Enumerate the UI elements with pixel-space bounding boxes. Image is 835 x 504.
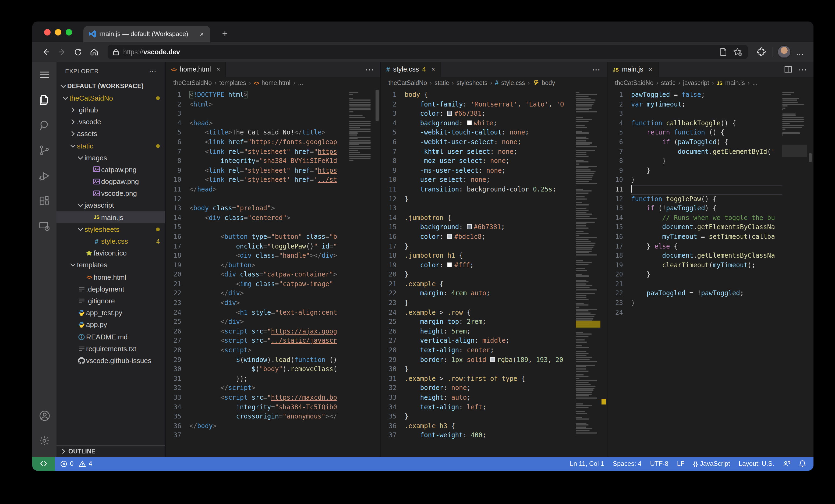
tab-style-css[interactable]: #style.css4× [381, 62, 441, 77]
minimap[interactable] [782, 89, 807, 457]
status-javascript[interactable]: {}JavaScript [693, 460, 730, 467]
tab-main-js[interactable]: JSmain.js× [607, 62, 658, 77]
tree-item-app-py[interactable]: app.py [57, 319, 165, 331]
tree-item-stylesheets[interactable]: stylesheets [57, 224, 165, 235]
tab-more-actions-icon[interactable]: ⋯ [592, 64, 600, 75]
code-line: 28 <script> [166, 346, 349, 355]
color-swatch [447, 111, 452, 115]
tree-item-templates[interactable]: templates [57, 259, 165, 271]
menu-hamburger-icon[interactable] [32, 62, 57, 87]
breadcrumb[interactable]: theCatSaidNo›static›stylesheets›#style.c… [381, 77, 607, 89]
tree-item-catpaw-png[interactable]: catpaw.png [57, 164, 165, 175]
tab-more-actions-icon[interactable]: ⋯ [365, 64, 374, 75]
explorer-icon[interactable] [32, 87, 57, 112]
tree-item-readme-md[interactable]: README.md [57, 331, 165, 343]
reader-icon[interactable] [720, 48, 727, 56]
tree-item-home-html[interactable]: <>home.html [57, 271, 165, 283]
minimap-slider[interactable] [782, 145, 807, 157]
tree-item-style-css[interactable]: #style.css4 [57, 235, 165, 247]
status-lf[interactable]: LF [677, 460, 685, 467]
status-bell-icon[interactable] [799, 460, 806, 467]
tree-item-images[interactable]: images [57, 152, 165, 164]
split-editor-icon[interactable] [785, 66, 792, 73]
tree-item--github[interactable]: .github [57, 104, 165, 116]
tree-item-requirements-txt[interactable]: requirements.txt [57, 343, 165, 355]
zoom-window-button[interactable] [66, 29, 72, 36]
minimap[interactable] [349, 89, 374, 457]
tab-home-html[interactable]: <>home.html× [166, 62, 226, 77]
code-line: 31 }); [166, 374, 349, 384]
tree-item-vscode-github-issues[interactable]: vscode.github-issues [57, 355, 165, 366]
outline-section[interactable]: OUTLINE [57, 445, 165, 457]
browser-menu-icon[interactable]: … [793, 45, 807, 59]
settings-gear-icon[interactable] [32, 428, 57, 454]
scrollbar[interactable] [807, 89, 813, 457]
scrollbar-thumb[interactable] [809, 153, 812, 162]
code-line: 32 border: none; [381, 384, 576, 393]
minimap[interactable] [576, 89, 600, 457]
forward-icon[interactable] [55, 45, 69, 59]
close-tab-icon[interactable]: × [216, 66, 220, 73]
run-debug-icon[interactable] [32, 163, 57, 188]
close-tab-icon[interactable]: × [199, 30, 205, 38]
reload-icon[interactable] [71, 45, 85, 59]
scrollbar-thumb[interactable] [375, 90, 379, 121]
tree-item-vscode-png[interactable]: vscode.png [57, 187, 165, 199]
code-editor-home-html[interactable]: 1<!DOCTYPE html>2<html>34<head>5 <title>… [166, 89, 349, 457]
css-file-icon: # [92, 237, 101, 245]
remote-explorer-icon[interactable] [32, 213, 57, 239]
tree-item-javascript[interactable]: javascript [57, 200, 165, 211]
status-feedback-icon[interactable] [783, 460, 790, 467]
breadcrumb[interactable]: theCatSaidNo›static›javascript›JSmain.js… [607, 77, 813, 89]
tree-item-app-test-py[interactable]: app_test.py [57, 307, 165, 319]
close-window-button[interactable] [44, 29, 50, 36]
extensions-icon[interactable] [32, 188, 57, 213]
editor-group-home-html: <>home.html×⋯theCatSaidNo›templates›<>ho… [165, 62, 380, 457]
code-editor-style-css[interactable]: 1body {2 font-family: 'Montserrat', 'Lat… [381, 89, 576, 457]
tree-item--deployment[interactable]: .deployment [57, 283, 165, 295]
code-line: 18.jumbotron h1 { [381, 251, 576, 260]
close-tab-icon[interactable]: × [649, 66, 652, 73]
home-icon[interactable] [87, 45, 101, 59]
remote-indicator[interactable] [32, 457, 55, 471]
code-line: 9 } [607, 166, 782, 175]
tree-item--vscode[interactable]: .vscode [57, 116, 165, 128]
tree-item-assets[interactable]: assets [57, 128, 165, 140]
search-icon[interactable] [32, 112, 57, 138]
explorer-actions-icon[interactable]: ⋯ [149, 67, 157, 75]
tree-item-static[interactable]: static [57, 140, 165, 152]
tree-item-thecatsaidno[interactable]: theCatSaidNo [57, 92, 165, 104]
url-bar[interactable]: https://vscode.dev [108, 45, 748, 59]
code-line: 8 integrity="sha384-BVYiiSIFeK1d [166, 156, 349, 166]
status-ln-11-col-1[interactable]: Ln 11, Col 1 [570, 460, 604, 467]
minimize-window-button[interactable] [55, 29, 61, 36]
browser-tab[interactable]: main.js — default (Workspace) × [83, 26, 210, 42]
extensions-puzzle-icon[interactable] [754, 45, 768, 59]
scrollbar[interactable] [374, 89, 380, 457]
breadcrumb[interactable]: theCatSaidNo›templates›<>home.html›... [166, 77, 380, 89]
tree-item-favicon-ico[interactable]: favicon.ico [57, 247, 165, 259]
code-line: 35} [381, 412, 576, 421]
window-controls [44, 29, 72, 36]
tab-more-actions-icon[interactable]: ⋯ [798, 64, 807, 75]
source-control-icon[interactable] [32, 138, 57, 163]
status-utf-8[interactable]: UTF-8 [650, 460, 669, 467]
tree-item-main-js[interactable]: JSmain.js [57, 211, 165, 223]
code-line: 32 </script> [166, 384, 349, 393]
tree-item-default-workspace-[interactable]: DEFAULT (WORKSPACE) [57, 80, 165, 92]
status-layout-u-s-[interactable]: Layout: U.S. [739, 460, 774, 467]
back-icon[interactable] [39, 45, 53, 59]
close-tab-icon[interactable]: × [431, 66, 435, 73]
tree-item--gitignore[interactable]: .gitignore [57, 295, 165, 307]
bookmark-star-icon[interactable] [733, 48, 742, 56]
chevron-right-icon [68, 107, 77, 113]
tree-item-dogpaw-png[interactable]: dogpaw.png [57, 175, 165, 187]
status-spaces-4[interactable]: Spaces: 4 [613, 460, 641, 467]
new-tab-button[interactable]: + [218, 27, 232, 41]
account-icon[interactable] [32, 403, 57, 428]
code-editor-main-js[interactable]: 1pawToggled = false;2var myTimeout;34fun… [607, 89, 782, 457]
chevron-down-icon [68, 262, 77, 268]
problems-status[interactable]: 0 4 [55, 460, 98, 467]
profile-avatar[interactable] [777, 45, 791, 59]
scrollbar[interactable] [600, 89, 607, 457]
